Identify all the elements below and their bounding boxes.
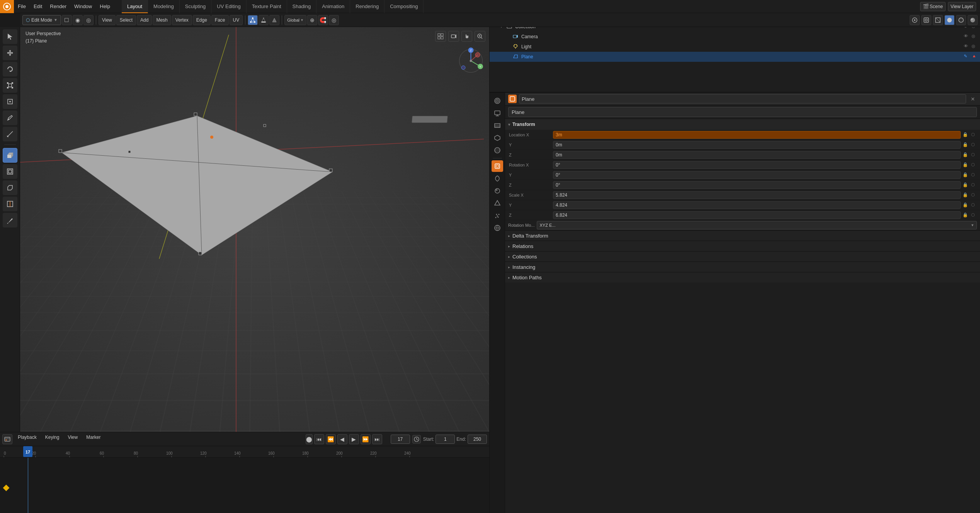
edge-menu-btn[interactable]: Edge: [193, 15, 211, 25]
vert-select-mode[interactable]: [248, 15, 258, 25]
viewport-zoom-btn[interactable]: [475, 31, 485, 42]
viewport-shading-2[interactable]: ◉: [73, 15, 83, 25]
props-particles-btn[interactable]: [492, 210, 503, 221]
shading-render[interactable]: [968, 15, 978, 25]
location-x-value[interactable]: 3m: [553, 131, 961, 139]
mesh-menu-btn[interactable]: Mesh: [153, 15, 171, 25]
scale-z-lock[interactable]: 🔒: [962, 212, 968, 218]
delta-transform-header[interactable]: ▸ Delta Transform: [505, 231, 980, 241]
next-keyframe-btn[interactable]: ⏭: [372, 434, 382, 444]
rotation-x-anim[interactable]: ⬡: [970, 162, 976, 168]
props-scene-btn[interactable]: [492, 132, 503, 144]
outliner-camera[interactable]: ▾ Camera 👁 ◎: [490, 32, 980, 42]
rotation-x-value[interactable]: 0°: [553, 161, 961, 169]
rotation-y-value[interactable]: 0°: [553, 171, 961, 179]
camera-vis-eye[interactable]: 👁: [964, 34, 970, 40]
menu-file[interactable]: File: [14, 0, 30, 13]
workspace-compositing[interactable]: Compositing: [385, 0, 424, 13]
xray-btn[interactable]: [921, 15, 931, 25]
shading-material[interactable]: [956, 15, 966, 25]
location-y-lock[interactable]: 🔒: [962, 142, 968, 148]
tool-move[interactable]: [3, 46, 17, 60]
camera-vis-render[interactable]: ◎: [971, 34, 978, 40]
select-menu-btn[interactable]: Select: [116, 15, 136, 25]
scale-y-lock[interactable]: 🔒: [962, 202, 968, 208]
rotation-z-lock[interactable]: 🔒: [962, 182, 968, 188]
vertex-menu-btn[interactable]: Vertex: [172, 15, 192, 25]
props-viewlayer-btn[interactable]: [492, 120, 503, 131]
editor-type-selector[interactable]: [2, 434, 12, 444]
mode-selector[interactable]: ⬡ Edit Mode ▼: [22, 15, 61, 25]
props-world-btn[interactable]: [492, 144, 503, 156]
marker-btn[interactable]: Marker: [83, 434, 104, 445]
next-frame-btn[interactable]: ⏩: [361, 434, 371, 444]
workspace-uv-editing[interactable]: UV Editing: [211, 0, 246, 13]
props-physics-btn[interactable]: [492, 222, 503, 234]
viewport-camera-btn[interactable]: [448, 31, 459, 42]
shading-wireframe[interactable]: [933, 15, 943, 25]
scale-x-lock[interactable]: 🔒: [962, 192, 968, 198]
playback-btn[interactable]: Playback: [15, 434, 40, 445]
shading-solid[interactable]: [944, 15, 954, 25]
location-z-lock[interactable]: 🔒: [962, 152, 968, 158]
location-x-anim[interactable]: ⬡: [970, 132, 976, 138]
face-select-mode[interactable]: [269, 15, 279, 25]
light-vis-render[interactable]: ◎: [971, 44, 978, 50]
tool-measure[interactable]: [3, 127, 17, 141]
location-x-lock[interactable]: 🔒: [962, 132, 968, 138]
location-z-anim[interactable]: ⬡: [970, 152, 976, 158]
props-close-btn[interactable]: ✕: [968, 95, 977, 103]
props-output-btn[interactable]: [492, 107, 503, 119]
edge-select-mode[interactable]: [259, 15, 269, 25]
timeline-content[interactable]: [0, 458, 489, 513]
keying-btn[interactable]: Keying: [42, 434, 63, 445]
overlay-btn[interactable]: [910, 15, 920, 25]
props-material-btn[interactable]: [492, 185, 503, 197]
orbit-gizmo[interactable]: Z Y: [456, 46, 485, 76]
object-name-field[interactable]: Plane: [519, 94, 966, 104]
scale-x-value[interactable]: 5.824: [553, 191, 961, 199]
scale-y-anim[interactable]: ⬡: [970, 202, 976, 208]
instancing-header[interactable]: ▸ Instancing: [505, 262, 980, 272]
view-menu-btn[interactable]: View: [99, 15, 116, 25]
workspace-layout[interactable]: Layout: [122, 0, 148, 13]
prev-frame-btn[interactable]: ◀: [337, 434, 347, 444]
menu-window[interactable]: Window: [70, 0, 96, 13]
tool-inset[interactable]: [3, 164, 17, 179]
menu-render[interactable]: Render: [46, 0, 70, 13]
location-z-value[interactable]: 0m: [553, 151, 961, 159]
plane-vis-2[interactable]: 🔺: [971, 54, 978, 60]
rotation-y-anim[interactable]: ⬡: [970, 172, 976, 178]
tool-bevel[interactable]: [3, 180, 17, 195]
jump-start-btn[interactable]: ⏮: [314, 434, 324, 444]
add-menu-btn[interactable]: Add: [137, 15, 152, 25]
tool-annotate[interactable]: [3, 110, 17, 125]
transform-orientation[interactable]: Global ▼: [284, 15, 306, 25]
tool-loopcut[interactable]: [3, 197, 17, 211]
transform-section-header[interactable]: ▾ Transform: [505, 119, 980, 130]
play-btn[interactable]: ▶: [349, 434, 359, 444]
relations-header[interactable]: ▸ Relations: [505, 241, 980, 251]
workspace-modeling[interactable]: Modeling: [148, 0, 180, 13]
props-object-btn[interactable]: [492, 160, 503, 172]
start-frame-input[interactable]: 1: [436, 435, 455, 444]
props-modifier-btn[interactable]: [492, 173, 503, 184]
outliner-plane[interactable]: ▾ Plane ✎ 🔺: [490, 52, 980, 62]
view-btn[interactable]: View: [65, 434, 81, 445]
current-frame-input[interactable]: 17: [391, 435, 410, 444]
workspace-sculpting[interactable]: Sculpting: [180, 0, 211, 13]
scale-x-anim[interactable]: ⬡: [970, 192, 976, 198]
snapping[interactable]: 🧲: [318, 15, 328, 25]
scale-z-value[interactable]: 6.824: [553, 211, 961, 219]
motion-paths-header[interactable]: ▸ Motion Paths: [505, 272, 980, 282]
light-vis-eye[interactable]: 👁: [964, 44, 970, 50]
end-frame-input[interactable]: 250: [468, 435, 487, 444]
viewport-3d[interactable]: User Perspective (17) Plane: [20, 27, 489, 432]
workspace-shading[interactable]: Shading: [287, 0, 317, 13]
workspace-texture-paint[interactable]: Texture Paint: [247, 0, 287, 13]
timeline-ruler-row[interactable]: 0 20 40 60 80 100 120 140 160 180 200 22…: [0, 446, 489, 458]
uv-menu-btn[interactable]: UV: [230, 15, 243, 25]
rotation-mode-dropdown[interactable]: XYZ E... ▼: [537, 221, 977, 229]
scale-z-anim[interactable]: ⬡: [970, 212, 976, 218]
outliner-light[interactable]: ▾ Light 👁 ◎: [490, 42, 980, 52]
